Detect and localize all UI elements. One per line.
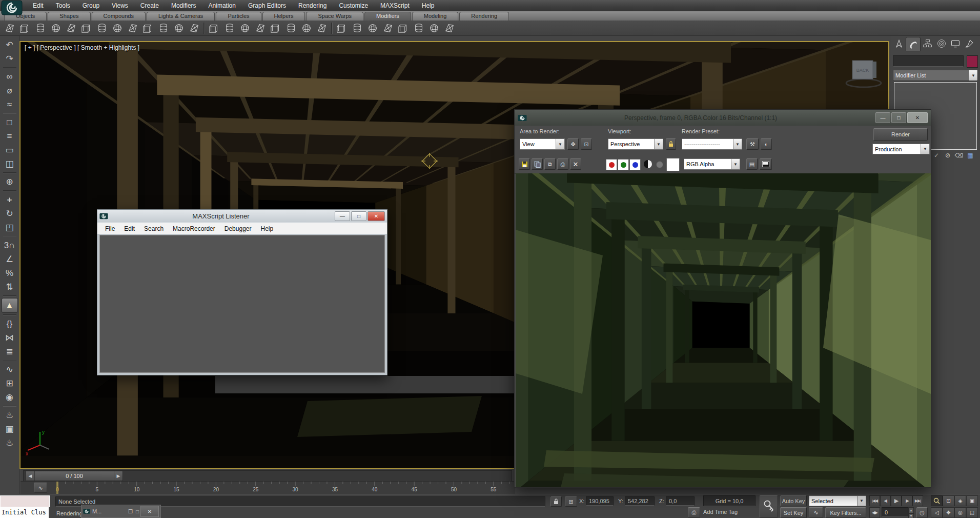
- key-filter-curve-icon[interactable]: ∿: [809, 507, 823, 518]
- select-and-rotate-icon[interactable]: ↻: [2, 207, 17, 221]
- spray-icon[interactable]: [350, 22, 365, 35]
- chevron-down-icon[interactable]: ▼: [921, 144, 929, 154]
- gear-cluster-icon[interactable]: [365, 22, 380, 35]
- twist-wire-icon[interactable]: [94, 22, 110, 35]
- restore-icon[interactable]: ❐: [128, 509, 133, 514]
- open-mini-curve-editor-button[interactable]: ∿: [34, 483, 47, 493]
- current-frame-field[interactable]: 0: [882, 507, 908, 517]
- capsule-icon[interactable]: [380, 22, 396, 35]
- redo-icon[interactable]: ↷: [2, 52, 17, 66]
- mini-listener-macro-pane[interactable]: [0, 495, 50, 507]
- minimize-button[interactable]: —: [875, 112, 890, 123]
- chevron-down-icon[interactable]: ▼: [857, 496, 866, 506]
- listener-taskbar-preview[interactable]: M... ❐ □ ✕: [81, 505, 161, 518]
- cylinder-bend-icon[interactable]: [253, 22, 268, 35]
- auto-key-button[interactable]: Auto Key: [780, 495, 807, 506]
- motion-tab-icon[interactable]: [934, 37, 948, 50]
- schematic-view-icon[interactable]: ⊞: [2, 376, 17, 390]
- maxscript-listener-window[interactable]: MAXScript Listener — □ ✕ FileEditSearchM…: [97, 209, 387, 375]
- close-button[interactable]: ✕: [907, 112, 928, 123]
- eye-icon[interactable]: [156, 22, 171, 35]
- minimize-button[interactable]: —: [335, 211, 350, 221]
- print-image-icon[interactable]: ⎙: [557, 158, 568, 170]
- environment-icon[interactable]: ◐: [761, 138, 772, 150]
- cage-wire-icon[interactable]: [48, 22, 64, 35]
- lock-viewport-icon[interactable]: [666, 138, 676, 150]
- hierarchy-tab-icon[interactable]: [921, 37, 934, 50]
- zoom-extents-icon[interactable]: ◈: [954, 495, 966, 506]
- angle-snap-toggle-icon[interactable]: ∠: [2, 252, 17, 266]
- previous-frame-button[interactable]: ◀|: [880, 495, 891, 506]
- close-preview-button[interactable]: ✕: [140, 506, 159, 517]
- green-channel-toggle[interactable]: [618, 159, 629, 170]
- maximize-viewport-toggle-icon[interactable]: ◱: [966, 507, 978, 518]
- y-coordinate-field[interactable]: 542,282: [625, 496, 655, 506]
- render-button[interactable]: Render: [873, 128, 928, 141]
- axis-cross-icon[interactable]: [207, 22, 222, 35]
- z-coordinate-field[interactable]: 0,0: [666, 496, 695, 506]
- object-color-swatch[interactable]: [967, 55, 978, 68]
- column-wire-icon[interactable]: [79, 22, 94, 35]
- align-icon[interactable]: ≣: [2, 345, 17, 358]
- display-tab-icon[interactable]: [948, 37, 962, 50]
- previous-frame-nudge[interactable]: ◀: [26, 471, 35, 481]
- tab-modifiers[interactable]: Modifiers: [364, 12, 411, 21]
- cube-frame-icon[interactable]: [396, 22, 411, 35]
- curve-editor-icon[interactable]: ∿: [2, 363, 17, 376]
- listener-output-area[interactable]: [99, 235, 385, 373]
- background-color-swatch[interactable]: [666, 158, 680, 171]
- render-mode-dropdown[interactable]: Production▼: [872, 144, 930, 154]
- close-button[interactable]: ✕: [368, 211, 385, 221]
- menu-animation[interactable]: Animation: [202, 1, 242, 10]
- menu-group[interactable]: Group: [76, 1, 106, 10]
- selection-region-icon[interactable]: ▭: [2, 143, 17, 157]
- selection-lock-toggle[interactable]: [550, 496, 562, 507]
- chevron-down-icon[interactable]: ▼: [969, 70, 977, 81]
- copy-image-icon[interactable]: [532, 158, 543, 170]
- toggle-ui-icon[interactable]: [760, 158, 772, 170]
- patch-sphere-icon[interactable]: [299, 22, 314, 35]
- zoom-icon[interactable]: [931, 495, 943, 506]
- configure-modifier-sets-icon[interactable]: ▦: [966, 151, 975, 160]
- modify-tab-icon[interactable]: [906, 37, 921, 51]
- node-link-icon[interactable]: [334, 22, 350, 35]
- tab-compounds[interactable]: Compounds: [92, 12, 146, 21]
- show-end-result-icon[interactable]: ✓: [932, 151, 941, 160]
- undo-icon[interactable]: ↶: [2, 38, 17, 52]
- plane-split-icon[interactable]: [283, 22, 299, 35]
- named-selection-sets-icon[interactable]: {}: [2, 317, 17, 331]
- track-bar-ruler[interactable]: 0510152025303540455055: [21, 481, 515, 494]
- time-tag-icon[interactable]: ⎙: [688, 507, 700, 517]
- render-preset-dropdown[interactable]: -------------------▼: [682, 138, 742, 150]
- listener-menu-help[interactable]: Help: [256, 225, 278, 232]
- menu-graph-editors[interactable]: Graph Editors: [242, 1, 292, 10]
- solid-cube-icon[interactable]: [125, 22, 140, 35]
- percent-snap-toggle-icon[interactable]: %: [2, 266, 17, 280]
- set-key-button[interactable]: Set Key: [780, 507, 807, 518]
- remove-modifier-icon[interactable]: ⌫: [954, 151, 964, 160]
- key-mode-dropdown[interactable]: Selected▼: [809, 495, 866, 506]
- sphere-ring-icon[interactable]: [442, 22, 457, 35]
- add-time-tag[interactable]: Add Time Tag: [703, 509, 756, 518]
- helper-gizmo[interactable]: [420, 152, 439, 170]
- tab-helpers[interactable]: Helpers: [262, 12, 305, 21]
- barrel-icon[interactable]: [314, 22, 330, 35]
- axis-box-icon[interactable]: [140, 22, 156, 35]
- tab-particles[interactable]: Particles: [216, 12, 261, 21]
- maximize-icon[interactable]: □: [136, 509, 139, 514]
- mirror-icon[interactable]: ⋈: [2, 331, 17, 345]
- blue-channel-toggle[interactable]: [629, 159, 641, 170]
- listener-menu-search[interactable]: Search: [139, 225, 168, 232]
- crystal-icon[interactable]: [268, 22, 283, 35]
- render-production-icon[interactable]: ♨: [2, 436, 17, 450]
- viewport-label[interactable]: [ + ] [ Perspective ] [ Smooth + Highlig…: [25, 44, 139, 51]
- toggle-ribbon-icon[interactable]: ▲: [2, 298, 18, 313]
- create-tab-icon[interactable]: [892, 37, 906, 50]
- material-editor-icon[interactable]: ◉: [2, 390, 17, 404]
- display-channel-dropdown[interactable]: RGB Alpha▼: [684, 158, 740, 170]
- zoom-extents-all-icon[interactable]: ▣: [966, 495, 978, 506]
- chevron-down-icon[interactable]: ▼: [731, 159, 740, 169]
- chevron-down-icon[interactable]: ▼: [556, 139, 564, 149]
- bind-to-space-warp-icon[interactable]: ≈: [2, 97, 17, 111]
- play-button[interactable]: ▶: [891, 495, 902, 506]
